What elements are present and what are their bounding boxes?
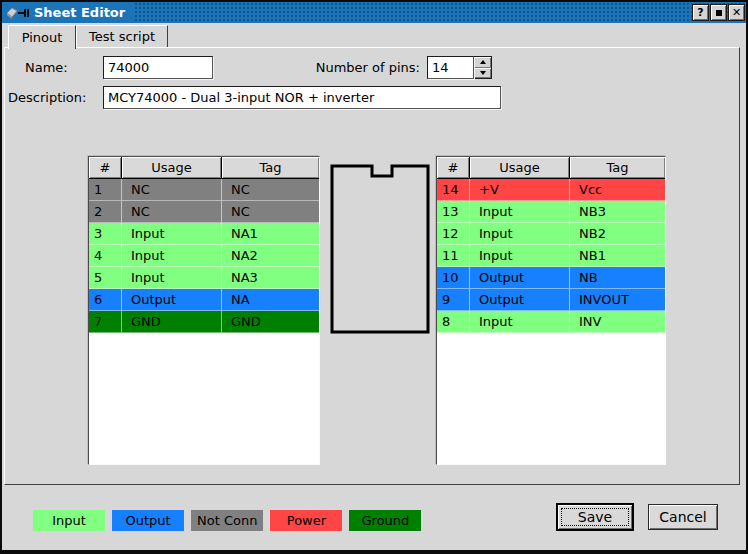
pin-row[interactable]: 1NCNC — [89, 179, 319, 201]
pin-tag-cell: NB — [570, 267, 665, 289]
titlebar[interactable]: Sheet Editor ? ✕ — [2, 2, 746, 23]
pin-row[interactable]: 9OutputINVOUT — [437, 289, 665, 311]
pin-pin-cell: 13 — [437, 201, 470, 223]
pin-tag-cell: NA3 — [222, 267, 319, 289]
pin-row[interactable]: 10OutputNB — [437, 267, 665, 289]
pin-usage-cell: Input — [122, 267, 222, 289]
pin-row[interactable]: 14+VVcc — [437, 179, 665, 201]
spin-up-button[interactable] — [474, 57, 491, 68]
pins-input[interactable] — [427, 56, 474, 79]
pin-usage-cell: Input — [470, 201, 570, 223]
pin-row[interactable]: 12InputNB2 — [437, 223, 665, 245]
pin-pin-cell: 10 — [437, 267, 470, 289]
description-input[interactable] — [103, 86, 501, 109]
pin-pin-cell: 6 — [89, 289, 122, 311]
pin-usage-cell: NC — [122, 201, 222, 223]
pin-pin-cell: 9 — [437, 289, 470, 311]
spin-down-button[interactable] — [474, 68, 491, 79]
pin-usage-cell: Input — [122, 223, 222, 245]
titlebar-label: Sheet Editor — [2, 2, 135, 23]
pin-usage-cell: Output — [470, 289, 570, 311]
legend-chip-nc: Not Conn — [191, 510, 263, 531]
pin-row[interactable]: 7GNDGND — [89, 311, 319, 333]
name-label: Name: — [25, 60, 68, 75]
column-header-usage[interactable]: Usage — [122, 157, 222, 178]
legend-chip-input: Input — [33, 510, 105, 531]
close-button[interactable]: ✕ — [728, 4, 745, 21]
tab-test-script[interactable]: Test script — [76, 25, 168, 47]
pin-tag-cell: NC — [222, 201, 319, 223]
save-button[interactable]: Save — [556, 503, 634, 531]
pin-row[interactable]: 3InputNA1 — [89, 223, 319, 245]
pin-table-left-header: # Usage Tag — [89, 157, 319, 179]
pin-tag-cell: INV — [570, 311, 665, 333]
pin-usage-cell: +V — [470, 179, 570, 201]
pin-usage-cell: Output — [470, 267, 570, 289]
pin-row[interactable]: 4InputNA2 — [89, 245, 319, 267]
pin-table-right: # Usage Tag 14+VVcc13InputNB312InputNB21… — [436, 156, 666, 465]
pin-tag-cell: NB2 — [570, 223, 665, 245]
pins-spin-buttons — [474, 56, 492, 79]
pin-row[interactable]: 5InputNA3 — [89, 267, 319, 289]
pin-pin-cell: 8 — [437, 311, 470, 333]
pin-table-left-body: 1NCNC2NCNC3InputNA14InputNA25InputNA36Ou… — [89, 179, 319, 333]
pin-pin-cell: 2 — [89, 201, 122, 223]
pins-spinbox — [427, 56, 492, 79]
pin-tag-cell: GND — [222, 311, 319, 333]
pin-pin-cell: 1 — [89, 179, 122, 201]
pin-pin-cell: 5 — [89, 267, 122, 289]
column-header-usage[interactable]: Usage — [470, 157, 570, 178]
pin-usage-cell: Input — [470, 223, 570, 245]
window-title: Sheet Editor — [34, 5, 125, 20]
pin-row[interactable]: 8InputINV — [437, 311, 665, 333]
chip-outline — [328, 160, 432, 338]
pin-usage-cell: Input — [470, 245, 570, 267]
column-header-number[interactable]: # — [437, 157, 470, 178]
app-icon — [6, 6, 30, 20]
pin-row[interactable]: 6OutputNA — [89, 289, 319, 311]
pin-pin-cell: 12 — [437, 223, 470, 245]
pin-tag-cell: NA — [222, 289, 319, 311]
pin-usage-cell: GND — [122, 311, 222, 333]
pin-usage-cell: NC — [122, 179, 222, 201]
column-header-tag[interactable]: Tag — [222, 157, 319, 178]
description-label: Description: — [8, 90, 86, 105]
pin-row[interactable]: 11InputNB1 — [437, 245, 665, 267]
pin-tag-cell: NA1 — [222, 223, 319, 245]
pin-usage-cell: Output — [122, 289, 222, 311]
pin-row[interactable]: 2NCNC — [89, 201, 319, 223]
legend-chip-ground: Ground — [349, 510, 421, 531]
pin-pin-cell: 11 — [437, 245, 470, 267]
pin-tag-cell: NA2 — [222, 245, 319, 267]
pin-tag-cell: NB3 — [570, 201, 665, 223]
column-header-tag[interactable]: Tag — [570, 157, 665, 178]
pin-pin-cell: 7 — [89, 311, 122, 333]
arrow-down-icon — [480, 71, 486, 75]
pin-tag-cell: NC — [222, 179, 319, 201]
tab-pinout[interactable]: Pinout — [8, 25, 76, 49]
shade-button[interactable] — [710, 4, 727, 21]
column-header-number[interactable]: # — [89, 157, 122, 178]
pin-table-right-body: 14+VVcc13InputNB312InputNB211InputNB110O… — [437, 179, 665, 333]
pin-tag-cell: Vcc — [570, 179, 665, 201]
sheet-editor-window: Sheet Editor ? ✕ Pinout Test script Name… — [0, 0, 748, 554]
arrow-up-icon — [480, 60, 486, 64]
pin-pin-cell: 4 — [89, 245, 122, 267]
pin-row[interactable]: 13InputNB3 — [437, 201, 665, 223]
pin-usage-cell: Input — [122, 245, 222, 267]
legend-chip-output: Output — [112, 510, 184, 531]
legend-chip-power: Power — [270, 510, 342, 531]
pin-tag-cell: INVOUT — [570, 289, 665, 311]
cancel-button[interactable]: Cancel — [648, 504, 718, 530]
pin-pin-cell: 3 — [89, 223, 122, 245]
pin-table-left: # Usage Tag 1NCNC2NCNC3InputNA14InputNA2… — [88, 156, 320, 465]
shade-icon — [716, 10, 722, 16]
pin-tag-cell: NB1 — [570, 245, 665, 267]
close-icon: ✕ — [732, 7, 741, 18]
help-icon: ? — [697, 7, 703, 18]
pins-label: Number of pins: — [292, 60, 420, 75]
name-input[interactable] — [103, 56, 213, 79]
legend: InputOutputNot ConnPowerGround — [33, 510, 421, 531]
pin-usage-cell: Input — [470, 311, 570, 333]
help-button[interactable]: ? — [692, 4, 709, 21]
